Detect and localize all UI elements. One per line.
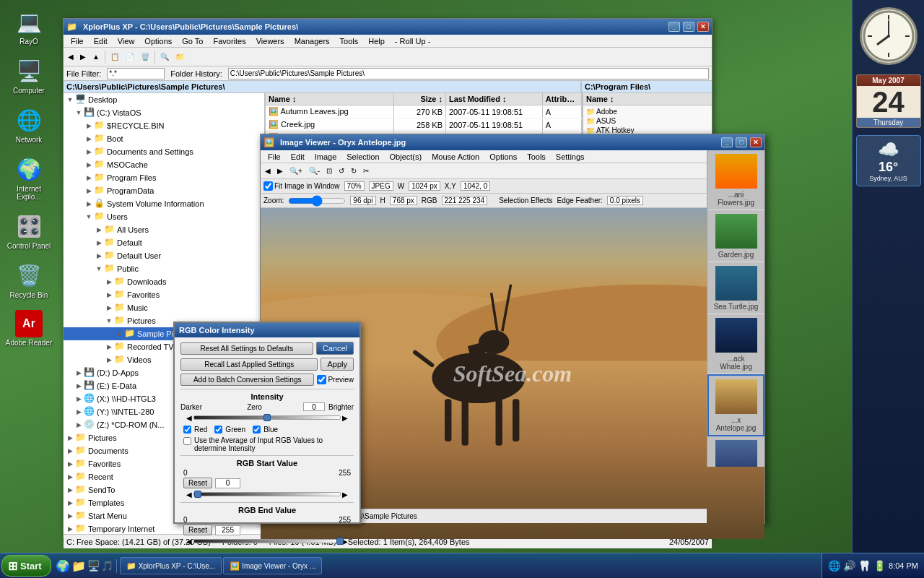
tree-item-users[interactable]: ▼ 📁 Users bbox=[64, 210, 264, 223]
tree-item-program-files[interactable]: ▶ 📁 Program Files bbox=[64, 171, 264, 184]
thumb-fish[interactable]: ... bbox=[707, 436, 764, 467]
expand-icon[interactable]: ▶ bbox=[65, 472, 75, 482]
tb-search-button[interactable]: 🔍 bbox=[157, 50, 172, 64]
expand-icon[interactable]: ▶ bbox=[84, 173, 94, 183]
imgv-menu-file[interactable]: File bbox=[263, 152, 285, 162]
expand-icon[interactable]: ▶ bbox=[65, 485, 75, 495]
col-header-modified[interactable]: Last Modified ↕ bbox=[446, 93, 543, 105]
cancel-button[interactable]: Cancel bbox=[316, 342, 354, 355]
intensity-slider-thumb[interactable] bbox=[263, 414, 271, 421]
folder-history-input[interactable] bbox=[228, 68, 709, 79]
imgv-menu-tools[interactable]: Tools bbox=[523, 152, 550, 162]
imgv-rotate-left-button[interactable]: ↺ bbox=[336, 164, 347, 178]
tree-item-defaultuser[interactable]: ▶ 📁 Default User bbox=[64, 249, 264, 262]
desktop-icon-ie[interactable]: 🌍 Internet Explo... bbox=[4, 155, 54, 201]
expand-icon[interactable]: ▶ bbox=[84, 134, 94, 144]
imgv-menu-selection[interactable]: Selection bbox=[342, 152, 383, 162]
reset-all-button[interactable]: Reset All Settings to Defaults bbox=[180, 342, 313, 355]
thumb-flowers[interactable]: ...ani Flowers.jpg bbox=[707, 150, 764, 210]
expand-icon[interactable]: ▼ bbox=[84, 212, 94, 222]
imgviewer-thumbnails[interactable]: ...ani Flowers.jpg Garden.jpg Sea Turtle… bbox=[707, 150, 764, 467]
end-left-arrow[interactable]: ◀ bbox=[186, 538, 192, 545]
xplorer-maximize-button[interactable]: □ bbox=[683, 22, 694, 32]
rgb-start-thumb[interactable] bbox=[194, 491, 201, 498]
tb-up-button[interactable]: ▲ bbox=[90, 50, 103, 64]
expand-icon[interactable]: ▶ bbox=[74, 407, 84, 417]
tree-item-programdata[interactable]: ▶ 📁 ProgramData bbox=[64, 184, 264, 197]
desktop-icon-recycle-bin[interactable]: 🗑️ Recycle Bin bbox=[4, 261, 54, 299]
expand-icon[interactable]: ▶ bbox=[84, 147, 94, 157]
rgb-start-reset-button[interactable]: Reset bbox=[183, 478, 212, 488]
tree-item-default[interactable]: ▶ 📁 Default bbox=[64, 236, 264, 249]
imgv-next-button[interactable]: ▶ bbox=[274, 164, 286, 178]
blue-checkbox[interactable] bbox=[253, 426, 261, 434]
red-checkbox[interactable] bbox=[183, 426, 191, 434]
rgb-end-reset-button[interactable]: Reset bbox=[183, 525, 212, 535]
col-header-name[interactable]: Name ↕ bbox=[266, 93, 394, 105]
col-header-size[interactable]: Size ↕ bbox=[394, 93, 446, 105]
tree-item-docs-settings[interactable]: ▶ 📁 Documents and Settings bbox=[64, 145, 264, 158]
table-row[interactable]: 🖼️ Creek.jpg 258 KB 2007-05-11 19:08:51 … bbox=[266, 118, 582, 131]
file-filter-input[interactable] bbox=[107, 68, 165, 79]
tree-item-recycle[interactable]: ▶ 📁 $RECYCLE.BIN bbox=[64, 119, 264, 132]
tree-item-desktop[interactable]: ▼ 🖥️ Desktop bbox=[64, 93, 264, 106]
menu-managers[interactable]: Managers bbox=[290, 36, 334, 46]
list-item[interactable]: 📁 ASUS bbox=[585, 116, 710, 126]
menu-tools[interactable]: Tools bbox=[336, 36, 363, 46]
expand-icon[interactable]: ▶ bbox=[104, 290, 114, 300]
xplorer-close-button[interactable]: ✕ bbox=[697, 22, 709, 32]
ql-media-icon[interactable]: 🎵 bbox=[101, 560, 113, 571]
expand-icon[interactable]: ▶ bbox=[104, 303, 114, 313]
ql-ie-icon[interactable]: 🌍 bbox=[56, 559, 70, 573]
imgv-menu-settings[interactable]: Settings bbox=[552, 152, 589, 162]
recall-button[interactable]: Recall Last Applied Settings bbox=[180, 358, 318, 371]
expand-icon[interactable]: ▶ bbox=[94, 238, 104, 248]
start-button[interactable]: ⊞ Start bbox=[1, 555, 51, 577]
tree-item-public[interactable]: ▼ 📁 Public bbox=[64, 262, 264, 275]
menu-favorites[interactable]: Favorites bbox=[209, 36, 250, 46]
menu-edit[interactable]: Edit bbox=[90, 36, 112, 46]
tb-back-button[interactable]: ◀ bbox=[65, 50, 77, 64]
desktop-icon-network[interactable]: 🌐 Network bbox=[4, 105, 54, 144]
expand-icon[interactable]: ▼ bbox=[104, 316, 114, 326]
imgviewer-close-button[interactable]: ✕ bbox=[750, 137, 762, 147]
desktop-icon-rayo[interactable]: 💻 RayO bbox=[4, 7, 54, 46]
thumb-turtle[interactable]: Sea Turtle.jpg bbox=[707, 262, 764, 314]
expand-icon[interactable]: ▶ bbox=[65, 524, 75, 534]
expand-icon[interactable]: ▶ bbox=[114, 329, 124, 339]
imgv-crop-button[interactable]: ✂ bbox=[360, 164, 372, 178]
expand-icon[interactable]: ▼ bbox=[74, 108, 84, 118]
menu-file[interactable]: File bbox=[66, 36, 88, 46]
desktop-icon-adobe[interactable]: Ar Adobe Reader bbox=[4, 310, 54, 347]
desktop-icon-computer[interactable]: 🖥️ Computer bbox=[4, 56, 54, 95]
ql-app-icon[interactable]: 🖥️ bbox=[87, 560, 100, 571]
tb-delete-button[interactable]: 🗑️ bbox=[138, 50, 152, 64]
taskbar-task-xplorer[interactable]: 📁 XplorPlus XP - C:\Use... bbox=[120, 557, 222, 574]
imgv-fit-button[interactable]: ⊡ bbox=[323, 164, 335, 178]
tree-item-sysvolinfo[interactable]: ▶ 🔒 System Volume Information bbox=[64, 197, 264, 210]
expand-icon[interactable]: ▶ bbox=[65, 511, 75, 521]
imgv-menu-objects[interactable]: Object(s) bbox=[385, 152, 427, 162]
expand-icon[interactable]: ▶ bbox=[74, 394, 84, 404]
menu-help[interactable]: Help bbox=[364, 36, 389, 46]
taskbar-task-imgviewer[interactable]: 🖼️ Image Viewer - Oryx ... bbox=[223, 557, 322, 574]
imgv-menu-image[interactable]: Image bbox=[310, 152, 341, 162]
imgv-menu-edit[interactable]: Edit bbox=[287, 152, 309, 162]
menu-goto[interactable]: Go To bbox=[178, 36, 207, 46]
expand-icon[interactable]: ▶ bbox=[94, 251, 104, 261]
imgviewer-minimize-button[interactable]: _ bbox=[721, 137, 733, 147]
tree-item-allusers[interactable]: ▶ 📁 All Users bbox=[64, 223, 264, 236]
thumb-whale[interactable]: ...ack Whale.jpg bbox=[707, 314, 764, 374]
list-item[interactable]: 📁 Adobe bbox=[585, 107, 710, 116]
expand-icon[interactable]: ▶ bbox=[74, 368, 84, 378]
tree-item-downloads[interactable]: ▶ 📁 Downloads bbox=[64, 275, 264, 288]
fit-checkbox[interactable] bbox=[263, 181, 273, 191]
rgb-end-value-input[interactable] bbox=[215, 525, 240, 535]
ql-folder-icon[interactable]: 📁 bbox=[71, 559, 86, 573]
start-right-arrow[interactable]: ▶ bbox=[342, 491, 348, 499]
tree-item-music[interactable]: ▶ 📁 Music bbox=[64, 301, 264, 314]
expand-icon[interactable]: ▶ bbox=[84, 199, 94, 209]
zoom-slider[interactable] bbox=[288, 197, 346, 205]
expand-icon[interactable]: ▼ bbox=[94, 264, 104, 274]
expand-icon[interactable]: ▶ bbox=[74, 381, 84, 391]
